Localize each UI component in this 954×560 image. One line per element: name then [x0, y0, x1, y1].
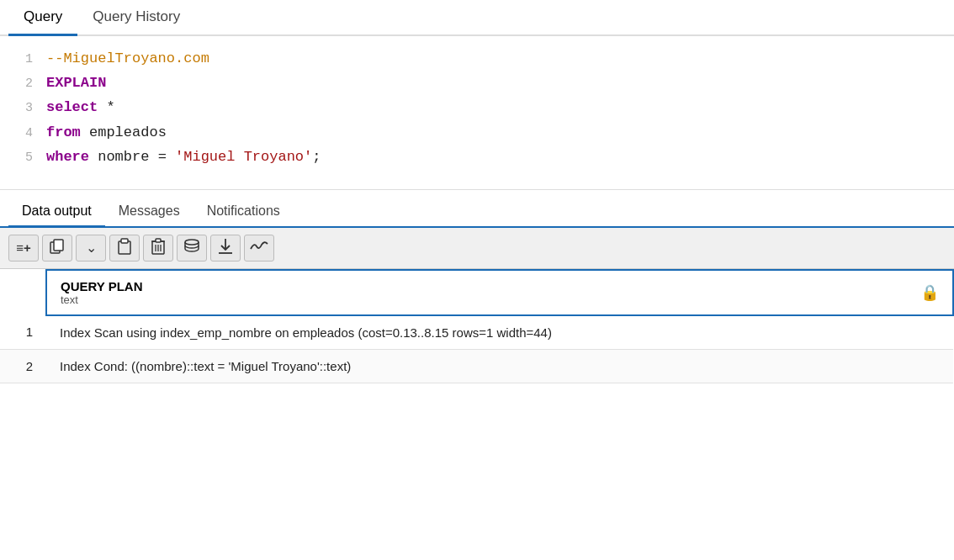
- row-number-2: 2: [0, 349, 46, 383]
- line-number-3: 3: [0, 98, 46, 119]
- delete-button[interactable]: [143, 235, 173, 262]
- code-line-2: 2 EXPLAIN: [0, 71, 954, 95]
- code-keyword-where: where: [46, 149, 89, 165]
- svg-point-10: [185, 240, 199, 245]
- toolbar: ≡+ ⌄: [0, 228, 954, 269]
- query-editor[interactable]: 1 --MiguelTroyano.com 2 EXPLAIN 3 select…: [0, 36, 954, 190]
- code-string-name: 'Miguel Troyano': [175, 149, 312, 165]
- dropdown-button[interactable]: ⌄: [76, 235, 106, 262]
- line-number-5: 5: [0, 148, 46, 168]
- column-header-query-plan: QUERY PLAN text 🔒: [46, 270, 953, 315]
- code-comment: --MiguelTroyano.com: [46, 50, 209, 66]
- code-line-3: 3 select *: [0, 95, 954, 119]
- svg-rect-1: [54, 240, 63, 251]
- clipboard-button[interactable]: [109, 235, 140, 262]
- code-plain-nombre: nombre =: [89, 149, 175, 165]
- row-num-header: [0, 270, 46, 315]
- code-keyword-from: from: [46, 124, 81, 140]
- line-number-1: 1: [0, 50, 46, 70]
- tab-query[interactable]: Query: [8, 0, 77, 36]
- row-number-1: 1: [0, 315, 46, 350]
- tab-notifications[interactable]: Notifications: [193, 197, 294, 226]
- copy-button[interactable]: [42, 235, 72, 262]
- add-column-button[interactable]: ≡+: [8, 235, 39, 262]
- result-table-area: QUERY PLAN text 🔒 1 Index Scan using ind…: [0, 269, 954, 383]
- code-keyword-select: select: [46, 99, 98, 115]
- row-value-1: Index Scan using index_emp_nombre on emp…: [46, 315, 953, 350]
- top-tabs: Query Query History: [0, 0, 954, 36]
- svg-rect-6: [156, 239, 161, 242]
- lock-icon: 🔒: [920, 283, 939, 302]
- line-number-2: 2: [0, 74, 46, 94]
- bottom-tabs: Data output Messages Notifications: [0, 197, 954, 228]
- row-value-2: Index Cond: ((nombre)::text = 'Miguel Tr…: [46, 349, 953, 383]
- tab-messages[interactable]: Messages: [105, 197, 193, 226]
- code-plain-semicolon: ;: [312, 149, 321, 165]
- database-button[interactable]: [177, 235, 207, 262]
- code-plain-empleados: empleados: [81, 124, 167, 140]
- line-number-4: 4: [0, 124, 46, 144]
- code-line-4: 4 from empleados: [0, 120, 954, 145]
- svg-rect-3: [121, 239, 128, 243]
- table-row: 1 Index Scan using index_emp_nombre on e…: [0, 315, 953, 350]
- tab-data-output[interactable]: Data output: [8, 197, 105, 228]
- graph-button[interactable]: [244, 235, 274, 262]
- code-line-5: 5 where nombre = 'Miguel Troyano';: [0, 145, 954, 169]
- tab-query-history[interactable]: Query History: [77, 0, 195, 36]
- result-table: QUERY PLAN text 🔒 1 Index Scan using ind…: [0, 269, 954, 383]
- code-keyword-explain: EXPLAIN: [46, 75, 106, 91]
- code-plain-star: *: [98, 99, 114, 115]
- download-button[interactable]: [210, 235, 241, 262]
- code-line-1: 1 --MiguelTroyano.com: [0, 46, 954, 71]
- table-row: 2 Index Cond: ((nombre)::text = 'Miguel …: [0, 349, 953, 383]
